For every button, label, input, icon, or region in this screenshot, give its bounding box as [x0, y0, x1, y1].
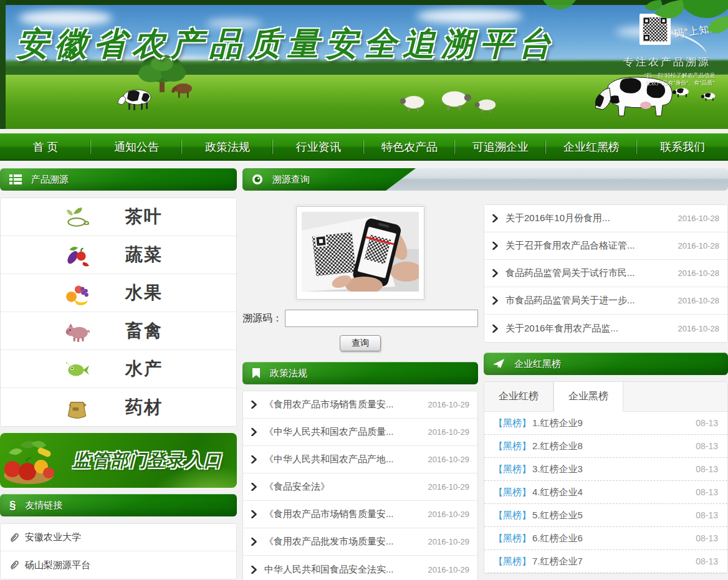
category-aquatic[interactable]: 水产 — [1, 350, 236, 388]
news-item[interactable]: 市食品药品监管局关于进一步... 2016-10-28 — [484, 287, 727, 315]
trace-code-input[interactable] — [285, 310, 478, 327]
regulator-login-banner[interactable]: 监管部门登录入口 — [0, 433, 237, 488]
policy-item[interactable]: 《食品安全法》 2016-10-29 — [243, 473, 477, 501]
policy-item-text: 《食用农产品批发市场质量安... — [264, 536, 421, 548]
banner-left-border — [0, 0, 6, 129]
vegetable-icon — [64, 242, 90, 268]
fruit-icon — [64, 280, 90, 306]
chevron-right-icon — [251, 483, 257, 491]
friend-links-header: § 友情链接 — [0, 494, 237, 516]
news-item-date: 2016-10-28 — [678, 324, 720, 333]
friend-link-label: 砀山梨溯源平台 — [25, 559, 90, 571]
category-label: 蔬菜 — [125, 243, 163, 267]
tab-red-list[interactable]: 企业红榜 — [484, 382, 553, 411]
nav-item-featured-products[interactable]: 特色农产品 — [364, 134, 455, 159]
policy-item-text: 《中华人民共和国农产品质量... — [264, 426, 421, 438]
policy-item[interactable]: 《食用农产品市场销售质量安... 2016-10-29 — [243, 391, 477, 419]
nav-item-home[interactable]: 首 页 — [0, 134, 91, 159]
chevron-right-icon — [251, 455, 257, 464]
tea-icon — [64, 204, 90, 230]
blacklist-text: 2.红榜企业8 — [532, 440, 583, 452]
redblack-header: 企业红黑榜 — [484, 353, 728, 375]
friend-links-title: 友情链接 — [26, 500, 63, 511]
banner-subtext: “扫一扫”轻松了解农产品信息 让农产品有“身份”、有“品质” — [644, 72, 716, 87]
news-item[interactable]: 关于2016年10月份食用... 2016-10-28 — [484, 205, 727, 232]
blacklist-tag: 【黑榜】 — [494, 487, 531, 498]
news-item-date: 2016-10-28 — [678, 269, 720, 278]
policy-item-date: 2016-10-29 — [428, 400, 470, 409]
policy-item[interactable]: 《中华人民共和国农产品产地... 2016-10-29 — [243, 446, 477, 473]
policy-item[interactable]: 《食用农产品批发市场质量安... 2016-10-29 — [243, 528, 477, 556]
policy-item[interactable]: 中华人民共和国食品安全法实... 2016-10-29 — [243, 556, 477, 580]
paper-plane-icon — [493, 359, 505, 369]
redblack-title: 企业红黑榜 — [514, 358, 561, 370]
blacklist-item[interactable]: 【黑榜】 4.红榜企业4 08-13 — [484, 481, 727, 504]
blacklist-date: 08-13 — [696, 418, 718, 428]
blacklist-date: 08-13 — [696, 487, 718, 497]
chevron-right-icon — [492, 269, 498, 277]
friend-link-dangshan-pear[interactable]: 砀山梨溯源平台 — [1, 551, 236, 579]
policy-item[interactable]: 《中华人民共和国农产品质量... 2016-10-29 — [243, 419, 477, 446]
list-icon — [9, 174, 22, 184]
news-item-text: 关于2016年10月份食用... — [505, 212, 671, 224]
policy-item-date: 2016-10-29 — [428, 427, 470, 437]
cow-illustration — [116, 86, 155, 111]
category-fruits[interactable]: 水果 — [1, 274, 236, 312]
news-item[interactable]: 关于召开食用农产品合格证管... 2016-10-28 — [484, 232, 727, 260]
news-item-date: 2016-10-28 — [678, 241, 720, 250]
livestock-icon — [64, 318, 90, 344]
policy-header: 政策法规 — [242, 362, 478, 384]
bookmark-icon — [252, 368, 261, 379]
sheep-illustration — [436, 88, 471, 111]
nav-item-redblack-list[interactable]: 企业红黑榜 — [546, 134, 637, 159]
policy-item-date: 2016-10-29 — [428, 482, 470, 492]
category-label: 茶叶 — [125, 205, 163, 229]
news-redblack-section: 关于2016年10月份食用... 2016-10-28 关于召开食用农产品合格证… — [484, 198, 728, 580]
banner-subline-1: “扫一扫”轻松了解农产品信息 — [644, 72, 716, 79]
news-item[interactable]: 关于2016年食用农产品监... 2016-10-28 — [484, 315, 727, 342]
nav-item-industry-news[interactable]: 行业资讯 — [273, 134, 364, 159]
left-sidebar: 产品溯源 茶叶 蔬菜 — [0, 168, 237, 580]
herb-icon — [64, 394, 90, 421]
blacklist-item[interactable]: 【黑榜】 1.红榜企业9 08-13 — [484, 412, 727, 435]
main-navigation: 首 页 通知公告 政策法规 行业资讯 特色农产品 可追溯企业 企业红黑榜 联系我… — [0, 133, 728, 161]
blacklist-tag: 【黑榜】 — [494, 556, 531, 568]
policy-item[interactable]: 《食用农产品市场销售质量安... 2016-10-29 — [243, 501, 477, 528]
friend-link-anhui-agri-univ[interactable]: 安徽农业大学 — [1, 524, 236, 551]
nav-item-notices[interactable]: 通知公告 — [91, 134, 182, 159]
blacklist-item[interactable]: 【黑榜】 5.红榜企业5 08-13 — [484, 504, 727, 527]
category-herbs[interactable]: 药材 — [1, 388, 236, 426]
banner-subline-2: 让农产品有“身份”、有“品质” — [644, 79, 716, 87]
tab-black-list[interactable]: 企业黑榜 — [553, 382, 623, 412]
blacklist-date: 08-13 — [696, 556, 718, 566]
category-tea[interactable]: 茶叶 — [1, 198, 236, 236]
query-button[interactable]: 查询 — [340, 335, 381, 351]
chevron-right-icon — [251, 566, 257, 574]
news-item-text: 食品药品监管局关于试行市民... — [505, 267, 671, 279]
chevron-right-icon — [251, 428, 257, 436]
policy-item-date: 2016-10-29 — [428, 510, 470, 519]
sheep-illustration — [474, 97, 499, 113]
policy-item-text: 《中华人民共和国农产品产地... — [264, 454, 421, 465]
chevron-right-icon — [492, 325, 498, 333]
blacklist-item[interactable]: 【黑榜】 2.红榜企业8 08-13 — [484, 435, 727, 458]
blacklist-item[interactable]: 【黑榜】 6.红榜企业6 08-13 — [484, 527, 727, 550]
friend-links-list: 安徽农业大学 砀山梨溯源平台 — [0, 523, 237, 579]
nav-item-contact[interactable]: 联系我们 — [637, 134, 728, 159]
blacklist-item[interactable]: 【黑榜】 7.红榜企业7 08-13 — [484, 550, 727, 573]
category-livestock[interactable]: 畜禽 — [1, 312, 236, 350]
category-vegetables[interactable]: 蔬菜 — [1, 236, 236, 274]
blacklist-text: 4.红榜企业4 — [532, 487, 583, 498]
category-label: 畜禽 — [125, 319, 163, 343]
news-item[interactable]: 食品药品监管局关于试行市民... 2016-10-28 — [484, 260, 727, 287]
blacklist-date: 08-13 — [696, 441, 718, 451]
header-banner: 安徽省农产品质量安全追溯平台 “码”上知道 专注农产品溯源 “扫一扫”轻松了解农… — [0, 0, 728, 129]
redblack-tab-bar: 企业红榜 企业黑榜 — [484, 382, 727, 412]
trace-query-title: 溯源查询 — [272, 174, 310, 186]
aquatic-icon — [64, 356, 90, 382]
nav-item-policies[interactable]: 政策法规 — [182, 134, 273, 159]
news-item-date: 2016-10-28 — [678, 214, 720, 223]
blacklist-item[interactable]: 【黑榜】 3.红榜企业3 08-13 — [484, 458, 727, 481]
policy-item-date: 2016-10-29 — [428, 455, 470, 464]
nav-item-traceable-companies[interactable]: 可追溯企业 — [455, 134, 546, 159]
